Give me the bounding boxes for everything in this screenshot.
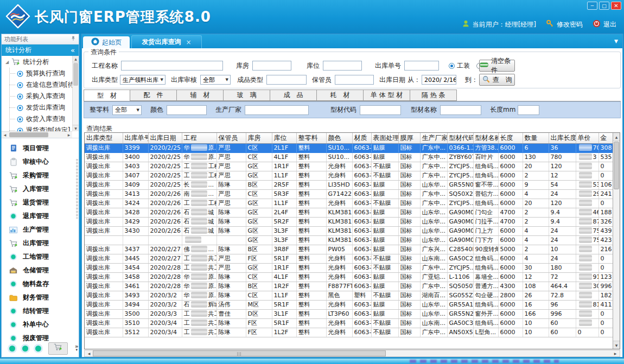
material-tab[interactable]: 玻 璃 xyxy=(224,90,270,101)
tree-expander-icon[interactable]: ◢ xyxy=(5,60,9,65)
search-button[interactable]: 查 询 xyxy=(479,74,515,86)
tree-item[interactable]: 发货出库查询 xyxy=(2,102,79,113)
column-header[interactable]: 表面处理 xyxy=(371,133,398,143)
length-input[interactable] xyxy=(518,105,539,115)
table-row[interactable]: 调拨出库35102020/3/4工共工程陈琳F区5R1F整料光身料6063-T5… xyxy=(85,318,613,328)
color-input[interactable] xyxy=(167,105,207,115)
scroll-thumb[interactable] xyxy=(93,350,386,356)
table-row[interactable]: 调拨出库34932020/3/2华原...陈琳C区1L1F整料黑色塑料不贴膜国标… xyxy=(85,291,613,300)
collapse-icon[interactable]: « xyxy=(71,47,75,54)
quick-dot-icon[interactable] xyxy=(9,346,15,352)
tree-item[interactable]: 收货入库查询 xyxy=(2,113,79,125)
location-input[interactable] xyxy=(323,61,362,71)
quick-cart-button[interactable] xyxy=(48,342,68,355)
scroll-right-icon[interactable]: ▶ xyxy=(612,350,619,356)
column-header[interactable]: 出库长度 xyxy=(549,133,576,143)
column-header[interactable]: 保管员 xyxy=(217,133,246,143)
scroll-down-icon[interactable]: ▼ xyxy=(613,341,620,349)
table-row[interactable]: 调拨出库34092020/2/25长...陈琳B区2R5F整料LI35HD606… xyxy=(85,180,613,189)
table-row[interactable]: 调拨出库34002020/2/25华原...严思C区4L1F整料SU10...6… xyxy=(85,152,613,162)
column-header[interactable]: 工程 xyxy=(182,133,217,143)
pin-icon[interactable] xyxy=(71,36,76,43)
column-header[interactable]: 型材名称 xyxy=(473,133,498,143)
date-from-select[interactable]: 2020/ 2/16▼ xyxy=(422,75,456,85)
column-header[interactable]: 膜厚 xyxy=(398,133,420,143)
column-header[interactable]: 颜色 xyxy=(326,133,352,143)
scroll-up-icon[interactable]: ▲ xyxy=(73,56,79,62)
column-header[interactable]: 库房 xyxy=(246,133,272,143)
table-row[interactable]: 调拨出库34612020/2/28华原...陈琳B区1R2F整料F8877FT6… xyxy=(85,282,613,291)
sidebar-menu-item[interactable]: 补单中心 xyxy=(2,318,79,331)
sidebar-menu-item[interactable]: 项目管理 xyxy=(2,142,79,155)
sidebar-menu-item[interactable]: 入库管理 xyxy=(2,182,79,196)
tree-vertical-scrollbar[interactable]: ▲ ▼ xyxy=(72,56,79,131)
sidebar-menu-item[interactable]: 结转管理 xyxy=(2,304,79,318)
sidebar-menu-item[interactable]: 生产管理 xyxy=(2,223,79,237)
manufacturer-input[interactable] xyxy=(245,105,309,115)
audit-select[interactable]: 全部▼ xyxy=(200,75,231,85)
product-type-input[interactable] xyxy=(266,75,307,85)
tree-horizontal-scrollbar[interactable]: ◀ ▶ xyxy=(2,131,72,138)
keeper-input[interactable] xyxy=(335,75,374,85)
material-tab[interactable]: 耗 材 xyxy=(317,90,364,101)
minimize-button[interactable]: ─ xyxy=(587,2,597,10)
scroll-thumb[interactable] xyxy=(614,142,619,189)
project-name-input[interactable] xyxy=(121,61,223,71)
grid-vertical-scrollbar[interactable]: ▲ ▼ xyxy=(613,133,620,349)
sidebar-menu-item[interactable]: 出库管理 xyxy=(2,237,79,250)
whole-part-select[interactable]: 全部▼ xyxy=(112,105,142,115)
table-row[interactable]: 调拨出库34942020/3/2石辉城汤伟M区5R1F整料光身料6063-T5贴… xyxy=(85,300,613,309)
column-header[interactable]: 生产厂家 xyxy=(420,133,447,143)
tab-shipping-query[interactable]: 发货出库查询 × xyxy=(131,35,202,48)
sidebar-menu-item[interactable]: 工地管理 xyxy=(2,250,79,264)
logout-button[interactable]: 退出 xyxy=(593,20,616,29)
scroll-thumb[interactable] xyxy=(9,132,48,137)
out-type-select[interactable]: 生产领料出库▼ xyxy=(120,75,165,85)
clear-button[interactable]: 清空条件 xyxy=(479,60,515,72)
tab-home[interactable]: 起始页 xyxy=(83,36,130,48)
profile-name-input[interactable] xyxy=(440,105,481,115)
table-row[interactable]: G区3L3F整料KLM38176063-T5贴膜国标山东华...GA90M09.… xyxy=(85,235,613,245)
material-tab[interactable]: 成 品 xyxy=(270,90,317,101)
tree-root[interactable]: ◢ 统计分析 xyxy=(2,56,79,68)
scroll-up-icon[interactable]: ▲ xyxy=(613,133,620,141)
close-button[interactable]: ✕ xyxy=(611,2,621,10)
scroll-left-icon[interactable]: ◀ xyxy=(2,133,8,137)
sidebar-menu-item[interactable]: 财务管理 xyxy=(2,291,79,304)
order-no-input[interactable] xyxy=(404,61,439,71)
table-row[interactable]: 调拨出库34452020/2/27工共工程严思F区5R1F整料光身料6063-T… xyxy=(85,254,613,263)
material-tab[interactable]: 辅 材 xyxy=(177,90,224,101)
table-row[interactable]: 调拨出库34372020/2/27佛...陈琳B区3R8F整料PW056063-… xyxy=(85,245,613,254)
tab-list-caret-icon[interactable]: ▼ xyxy=(614,39,618,44)
column-header[interactable]: 长度 xyxy=(498,133,523,143)
sidebar-scrollbar[interactable] xyxy=(76,159,78,219)
tree-item[interactable]: 预算执行查询 xyxy=(2,68,79,79)
column-header[interactable]: 出库单号 xyxy=(123,133,148,143)
scroll-left-icon[interactable]: ◀ xyxy=(85,350,93,356)
column-header[interactable]: 型材代码 xyxy=(447,133,473,143)
scroll-down-icon[interactable]: ▼ xyxy=(73,125,79,131)
more-chevron[interactable]: »▾ xyxy=(75,344,78,352)
material-tab[interactable]: 配 件 xyxy=(130,90,177,101)
column-header[interactable]: 单价 xyxy=(576,133,598,143)
sidebar-menu-item[interactable]: 审核中心 xyxy=(2,155,79,169)
material-tab[interactable]: 单 体 型 材 xyxy=(364,90,410,101)
column-header[interactable]: 数量 xyxy=(523,133,549,143)
sidebar-menu-item[interactable]: 退货管理 xyxy=(2,196,79,209)
column-header[interactable]: 金 xyxy=(598,133,613,143)
table-row[interactable]: 调拨出库34582020/2/28华原...陈琳C区4L1F整料光身料6063-… xyxy=(85,272,613,282)
column-header[interactable]: 出库类型 xyxy=(85,133,123,143)
column-header[interactable]: 材质 xyxy=(352,133,371,143)
material-tab[interactable]: 型 材 xyxy=(84,90,130,101)
grid-horizontal-scrollbar[interactable]: ◀ ▶ xyxy=(84,350,620,357)
table-row[interactable]: 调拨出库34132020/2/26南...严思C区5R3F整料G71422606… xyxy=(85,189,613,199)
table-row[interactable]: 调拨出库34032020/2/25工工程严思G区1R1F整料光身料6063-T5… xyxy=(85,162,613,171)
table-row[interactable]: 调拨出库34072020/2/25工工程严思G区1L1F整料光身料6063-T5… xyxy=(85,171,613,180)
radio-gongzhuang[interactable] xyxy=(449,63,455,69)
scroll-thumb[interactable] xyxy=(73,63,78,86)
profile-code-input[interactable] xyxy=(360,105,401,115)
table-row[interactable]: 调拨出库35002020/3/3工共工程曹佳D区3L1F整料LT3P606063… xyxy=(85,309,613,318)
warehouse-input[interactable] xyxy=(252,61,291,71)
column-header[interactable]: 整零料 xyxy=(296,133,326,143)
tree-item[interactable]: 在途信息查询[待 xyxy=(2,79,79,91)
